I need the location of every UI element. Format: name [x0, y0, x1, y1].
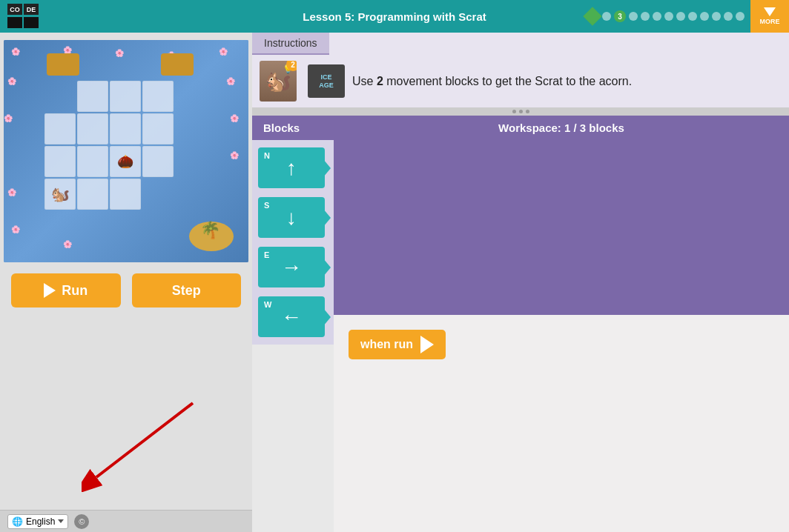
logo-cell-blank2: [24, 17, 39, 28]
logo-cell-de: DE: [24, 4, 39, 15]
dropdown-arrow-icon: [58, 519, 64, 523]
progress-dot-12: [736, 12, 745, 21]
blocks-panel: N ↑ S ↓ E → W: [252, 140, 334, 345]
more-triangle-icon: [764, 7, 776, 16]
block-north[interactable]: N ↑: [258, 147, 325, 188]
grid-tile: [175, 179, 206, 210]
code-logo[interactable]: CO DE: [7, 4, 42, 29]
copyright-button[interactable]: ©: [74, 514, 89, 529]
progress-dot-11: [724, 12, 733, 21]
progress-dot-6: [664, 12, 673, 21]
flower-decor: 🌸: [11, 47, 20, 56]
grid-tile: [142, 81, 174, 112]
workspace-panel: when run: [334, 315, 789, 532]
progress-dot-10: [712, 12, 721, 21]
grid-tile: [44, 113, 76, 144]
block-west[interactable]: W ←: [258, 296, 325, 337]
south-arrow-icon: ↓: [286, 206, 297, 230]
block-south-label: S: [264, 201, 269, 210]
progress-dot-7: [676, 12, 685, 21]
flower-decor: 🌸: [219, 47, 228, 56]
main-layout: 🌸 🌸 🌸 🌸 🌸 🌸 🌸 🌸 🌸 🌸 🌸 🌸 🌸: [0, 33, 789, 532]
language-selector[interactable]: 🌐 English: [7, 514, 68, 529]
when-run-arrow-icon: [420, 336, 434, 353]
sand-tile-2: [161, 53, 194, 76]
blocks-header: Blocks: [252, 116, 334, 140]
run-button[interactable]: Run: [11, 273, 121, 307]
progress-dot-4: [641, 12, 650, 21]
game-background: 🌸 🌸 🌸 🌸 🌸 🌸 🌸 🌸 🌸 🌸 🌸 🌸 🌸: [4, 40, 248, 262]
footer: 🌐 English ©: [0, 510, 252, 532]
logo-cell-blank1: [7, 17, 22, 28]
run-label: Run: [62, 283, 88, 299]
grid-tile-acorn: 🌰: [110, 146, 141, 177]
grid-tile: [44, 146, 76, 177]
when-run-block[interactable]: when run: [349, 330, 446, 359]
sep-dot: [512, 110, 516, 113]
diamond-icon: [583, 7, 601, 25]
sep-dot: [526, 110, 529, 113]
east-arrow-icon: →: [281, 256, 302, 279]
logo-cell-co: CO: [7, 4, 22, 15]
globe-icon: 🌐: [12, 516, 23, 527]
flower-decor: 🌸: [11, 225, 20, 233]
flower-decor: 🌸: [63, 240, 72, 248]
when-run-label: when run: [360, 338, 413, 351]
west-arrow-icon: ←: [281, 305, 302, 329]
play-icon: [44, 283, 56, 298]
flower-decor: 🌸: [4, 114, 13, 122]
panel-separator: [252, 107, 789, 116]
progress-dot-3: [629, 12, 638, 21]
grid-tile: [44, 81, 76, 112]
flower-decor: 🌸: [115, 49, 124, 57]
flower-decor: 🌸: [230, 151, 239, 159]
progress-dot-current[interactable]: 3: [614, 10, 626, 22]
grid-tile: [175, 81, 206, 112]
grid-tile: [77, 179, 108, 210]
north-arrow-icon: ↑: [286, 156, 297, 180]
scrat-image: 🐿️ 💡 2: [260, 61, 297, 102]
app-header: CO DE Lesson 5: Programming with Scrat 3…: [0, 0, 789, 33]
blocks-column: Blocks N ↑ S ↓ E →: [252, 116, 334, 532]
right-panel: Instructions 🐿️ 💡 2 ICEAGE Use 2 movemen…: [252, 33, 789, 532]
blocks-workspace: Blocks N ↑ S ↓ E →: [252, 116, 789, 532]
svg-line-1: [96, 403, 193, 477]
instruction-text: Use 2 movement blocks to get the Scrat t…: [352, 75, 782, 88]
progress-area: 3: [586, 10, 745, 23]
more-label: MORE: [760, 18, 780, 25]
sep-dot: [519, 110, 523, 113]
workspace-header: Workspace: 1 / 3 blocks: [334, 116, 789, 315]
grid-tile: [77, 81, 108, 112]
instructions-tab[interactable]: Instructions: [252, 33, 329, 55]
block-east[interactable]: E →: [258, 247, 325, 287]
ice-age-text: ICEAGE: [319, 73, 334, 90]
instructions-area: Instructions 🐿️ 💡 2 ICEAGE Use 2 movemen…: [252, 33, 789, 107]
workspace-column: Workspace: 1 / 3 blocks when run: [334, 116, 789, 532]
grid-tile: [77, 146, 108, 177]
ice-age-logo: ICEAGE: [308, 64, 345, 98]
block-west-label: W: [264, 300, 271, 309]
grid-tile: [77, 113, 108, 144]
block-south[interactable]: S ↓: [258, 197, 325, 238]
palm-tree-icon: 🌴: [200, 221, 220, 240]
flower-decor: 🌸: [230, 114, 239, 122]
instructions-content: 🐿️ 💡 2 ICEAGE Use 2 movement blocks to g…: [252, 55, 789, 107]
flower-decor: 🌸: [226, 77, 235, 85]
flower-decor: 🌸: [7, 188, 16, 196]
flower-decor: 🌸: [7, 77, 16, 85]
left-panel: 🌸 🌸 🌸 🌸 🌸 🌸 🌸 🌸 🌸 🌸 🌸 🌸 🌸: [0, 33, 252, 532]
lesson-title: Lesson 5: Programming with Scrat: [303, 10, 486, 23]
grid-tile: [142, 146, 174, 177]
grid-tile: [142, 179, 174, 210]
arrow-area: [0, 315, 252, 532]
grid-tiles: 🌰 🐿️: [44, 81, 206, 210]
scrat-character-area: 🐿️ 💡 2: [260, 61, 297, 102]
more-button[interactable]: MORE: [750, 0, 789, 33]
game-buttons: Run Step: [0, 270, 252, 315]
red-arrow-indicator: [82, 396, 230, 495]
game-area: 🌸 🌸 🌸 🌸 🌸 🌸 🌸 🌸 🌸 🌸 🌸 🌸 🌸: [4, 40, 248, 262]
sand-tile-1: [47, 53, 79, 76]
progress-dot-8: [688, 12, 697, 21]
block-north-label: N: [264, 151, 270, 160]
step-button[interactable]: Step: [132, 273, 242, 307]
